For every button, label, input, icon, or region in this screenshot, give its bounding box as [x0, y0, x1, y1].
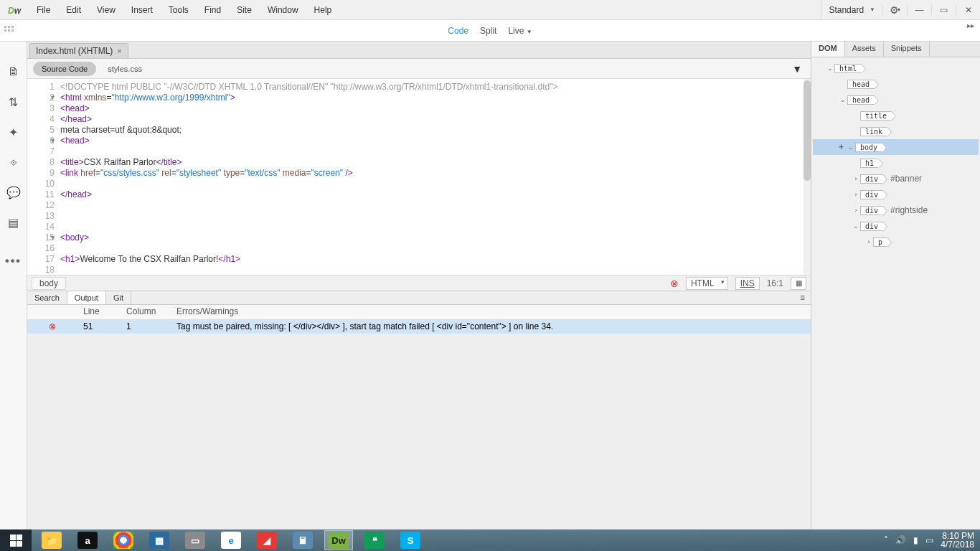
output-header: Line Column Errors/Warnings	[27, 305, 811, 319]
menu-tools[interactable]: Tools	[161, 0, 197, 19]
menu-insert[interactable]: Insert	[123, 0, 161, 19]
menu-file[interactable]: File	[29, 0, 58, 19]
dom-node-p[interactable]: ›p	[813, 234, 979, 250]
dom-node-head[interactable]: ⌄head	[813, 92, 979, 108]
taskbar-app[interactable]: ▦	[145, 530, 174, 550]
error-icon: ⊗	[27, 320, 77, 333]
file-icon[interactable]: 🗎	[5, 63, 22, 80]
menu-bar: Dw File Edit View Insert Tools Find Site…	[0, 0, 980, 20]
error-icon[interactable]: ⊗	[670, 278, 679, 289]
view-live[interactable]: Live ▼	[508, 26, 532, 36]
menu-help[interactable]: Help	[306, 0, 340, 19]
expand-icon[interactable]: ▸▸	[967, 22, 974, 29]
taskbar: 📁 a ▦ ▭ e ◢ 🖩 Dw ❝ S ˄ 🔊 ▮ ▭ 8:10 PM 4/7…	[0, 529, 980, 551]
chevron-up-icon[interactable]: ˄	[884, 535, 888, 545]
minimize-icon: —	[915, 5, 924, 15]
system-tray: ˄ 🔊 ▮ ▭ 8:10 PM 4/7/2018	[884, 532, 980, 549]
tab-git[interactable]: Git	[106, 291, 131, 304]
workspace-selector[interactable]: Standard ▼	[821, 0, 882, 19]
code-editor[interactable]: 12▼3456▼789101112131415▼1617181920212223…	[27, 79, 811, 275]
start-button[interactable]	[0, 529, 32, 551]
panel-menu-icon[interactable]: ≡	[794, 291, 811, 304]
dom-panel: DOM Assets Snippets ⌄html head ⌄head tit…	[811, 42, 980, 529]
workspace-label: Standard	[829, 5, 864, 15]
grip-icon[interactable]	[4, 26, 19, 36]
view-mode-bar: Code Split Live ▼ ▸▸	[0, 20, 980, 42]
dom-node-div[interactable]: ⌄div	[813, 218, 979, 234]
scrollbar[interactable]	[804, 79, 811, 275]
dom-tree[interactable]: ⌄html head ⌄head title link +⌄body h1 ›d…	[811, 57, 980, 529]
dom-node-link[interactable]: link	[813, 123, 979, 139]
dom-node-div[interactable]: ›div	[813, 187, 979, 202]
breadcrumb[interactable]: body	[32, 277, 66, 290]
wand-icon[interactable]: ✦	[5, 123, 22, 141]
tab-assets[interactable]: Assets	[845, 42, 884, 57]
menu-find[interactable]: Find	[197, 0, 229, 19]
tab-output[interactable]: Output	[67, 291, 106, 304]
windows-icon	[10, 534, 22, 547]
collapse-icon[interactable]: ⇅	[5, 93, 22, 110]
dom-node-head[interactable]: head	[813, 76, 979, 92]
tab-dom[interactable]: DOM	[811, 42, 845, 57]
taskbar-dreamweaver[interactable]: Dw	[324, 530, 353, 550]
action-center-icon[interactable]: ▭	[925, 535, 933, 545]
menu-site[interactable]: Site	[229, 0, 260, 19]
volume-icon[interactable]: 🔊	[895, 535, 906, 545]
format-icon[interactable]: ⟐	[5, 154, 22, 171]
maximize-button[interactable]: ▭	[931, 5, 956, 15]
dom-node-div-banner[interactable]: ›div#banner	[813, 171, 979, 187]
caret-right-icon: ›	[864, 238, 873, 245]
snippet-icon[interactable]: ▤	[5, 214, 22, 231]
clock[interactable]: 8:10 PM 4/7/2018	[941, 532, 974, 549]
language-selector[interactable]: HTML	[686, 277, 728, 290]
dom-node-body[interactable]: +⌄body	[813, 139, 979, 155]
caret-right-icon: ›	[852, 191, 860, 198]
file-tab-index[interactable]: Index.html (XHTML) ×	[29, 43, 128, 58]
output-empty	[27, 334, 811, 529]
dom-tab-bar: DOM Assets Snippets	[811, 42, 980, 57]
output-row[interactable]: ⊗ 51 1 Tag must be paired, missing: [ </…	[27, 319, 811, 334]
source-tab-source-code[interactable]: Source Code	[33, 62, 96, 76]
menu-window[interactable]: Window	[260, 0, 306, 19]
taskbar-calculator[interactable]: 🖩	[288, 530, 317, 550]
dom-node-div-rightside[interactable]: ›div#rightside	[813, 202, 979, 218]
col-line: Line	[77, 305, 121, 319]
close-icon: ✕	[965, 5, 972, 15]
minimize-button[interactable]: —	[907, 5, 931, 15]
caret-right-icon: ›	[852, 207, 860, 214]
battery-icon[interactable]: ▮	[913, 535, 918, 545]
comment-icon[interactable]: 💬	[5, 184, 22, 201]
caret-down-icon: ⌄	[852, 222, 860, 230]
taskbar-skype[interactable]: S	[396, 530, 425, 550]
taskbar-hangouts[interactable]: ❝	[360, 530, 389, 550]
maximize-icon: ▭	[940, 5, 948, 15]
taskbar-app[interactable]: ▭	[181, 530, 209, 550]
taskbar-ie[interactable]: e	[217, 530, 245, 550]
filter-icon[interactable]: ▼	[792, 63, 802, 75]
dom-node-html[interactable]: ⌄html	[813, 60, 979, 76]
view-split[interactable]: Split	[480, 26, 496, 36]
more-icon[interactable]: •••	[5, 253, 22, 270]
dom-node-h1[interactable]: h1	[813, 155, 979, 171]
dom-node-title[interactable]: title	[813, 108, 979, 123]
menu-view[interactable]: View	[89, 0, 123, 19]
close-icon[interactable]: ×	[117, 47, 121, 55]
caret-down-icon: ⌄	[826, 65, 834, 72]
preview-icon[interactable]: ▦	[791, 277, 806, 290]
tab-search[interactable]: Search	[27, 291, 67, 304]
app-logo: Dw	[0, 4, 29, 17]
close-button[interactable]: ✕	[956, 5, 980, 15]
menu-edit[interactable]: Edit	[58, 0, 89, 19]
taskbar-file-explorer[interactable]: 📁	[37, 530, 66, 550]
taskbar-chrome[interactable]	[109, 530, 138, 550]
editor-area: Index.html (XHTML) × Source Code styles.…	[27, 42, 811, 529]
source-tab-styles[interactable]: styles.css	[99, 62, 151, 76]
settings-button[interactable]: ⚙▾	[882, 4, 907, 16]
plus-icon[interactable]: +	[839, 142, 844, 152]
tab-snippets[interactable]: Snippets	[884, 42, 930, 57]
insert-mode[interactable]: INS	[735, 277, 760, 290]
taskbar-amazon[interactable]: a	[73, 530, 102, 550]
taskbar-sketchup[interactable]: ◢	[253, 530, 281, 550]
caret-down-icon: ⌄	[839, 96, 847, 103]
view-code[interactable]: Code	[448, 26, 468, 36]
